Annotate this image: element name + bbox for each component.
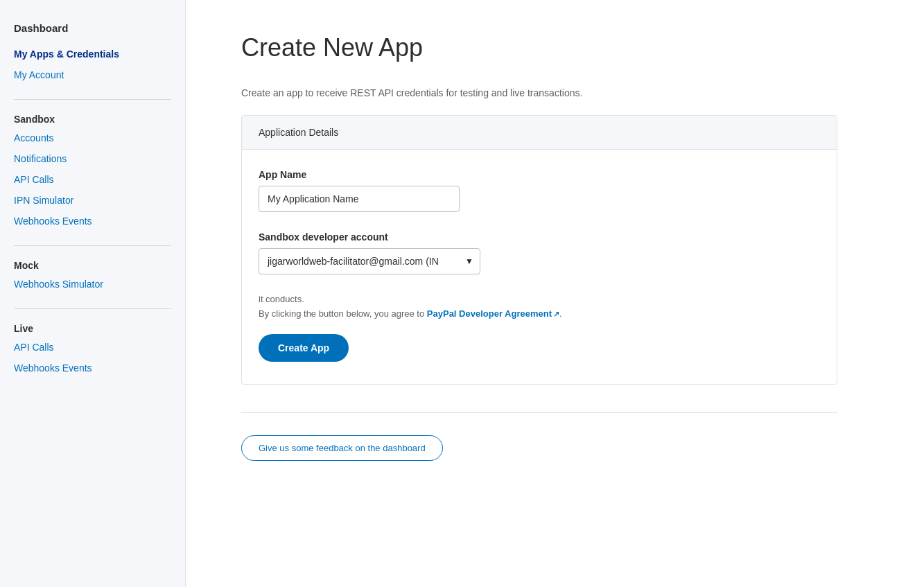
- sidebar-item-webhooks-simulator[interactable]: Webhooks Simulator: [14, 274, 171, 295]
- dashboard-title: Dashboard: [14, 17, 171, 37]
- sidebar-item-api-calls-live[interactable]: API Calls: [14, 337, 171, 358]
- sidebar-item-webhooks-sandbox[interactable]: Webhooks Events: [14, 211, 171, 231]
- footer-divider: [241, 412, 837, 413]
- agreement-suffix: .: [559, 308, 562, 319]
- app-name-group: App Name: [259, 169, 820, 212]
- sidebar-item-my-account[interactable]: My Account: [14, 64, 171, 85]
- live-title: Live: [0, 317, 185, 337]
- paypal-developer-agreement-link[interactable]: PayPal Developer Agreement↗: [427, 308, 559, 319]
- page-subtitle: Create an app to receive REST API creden…: [241, 87, 869, 98]
- it-conducts-text: it conducts.: [259, 294, 820, 304]
- sidebar-item-my-apps[interactable]: My Apps & Credentials: [14, 44, 171, 64]
- sidebar-item-ipn-simulator[interactable]: IPN Simulator: [14, 190, 171, 211]
- mock-title: Mock: [0, 254, 185, 274]
- card-header: Application Details: [242, 116, 837, 150]
- page-title: Create New App: [241, 33, 869, 62]
- sandbox-title: Sandbox: [0, 108, 185, 128]
- sandbox-account-label: Sandbox developer account: [259, 231, 820, 243]
- feedback-button[interactable]: Give us some feedback on the dashboard: [241, 435, 443, 461]
- create-app-button[interactable]: Create App: [259, 334, 349, 362]
- sidebar-item-accounts[interactable]: Accounts: [14, 128, 171, 148]
- agreement-text: By clicking the button below, you agree …: [259, 308, 820, 319]
- sidebar: Dashboard My Apps & Credentials My Accou…: [0, 0, 186, 587]
- divider-mock: [14, 245, 171, 246]
- divider-live: [14, 308, 171, 309]
- main-content: Create New App Create an app to receive …: [186, 0, 924, 587]
- sandbox-account-group: Sandbox developer account jigarworldweb-…: [259, 231, 820, 274]
- app-name-input[interactable]: [259, 186, 460, 212]
- application-details-card: Application Details App Name Sandbox dev…: [241, 115, 837, 385]
- sandbox-account-select[interactable]: jigarworldweb-facilitator@gmail.com (IN: [259, 248, 480, 274]
- sidebar-item-notifications[interactable]: Notifications: [14, 148, 171, 169]
- sidebar-item-webhooks-live[interactable]: Webhooks Events: [14, 358, 171, 378]
- divider-sandbox: [14, 99, 171, 100]
- sidebar-item-api-calls-sandbox[interactable]: API Calls: [14, 169, 171, 190]
- app-name-label: App Name: [259, 169, 820, 180]
- sandbox-account-select-wrapper: jigarworldweb-facilitator@gmail.com (IN …: [259, 248, 480, 274]
- card-body: App Name Sandbox developer account jigar…: [242, 150, 837, 384]
- external-link-icon: ↗: [553, 310, 559, 318]
- agreement-prefix: By clicking the button below, you agree …: [259, 308, 427, 319]
